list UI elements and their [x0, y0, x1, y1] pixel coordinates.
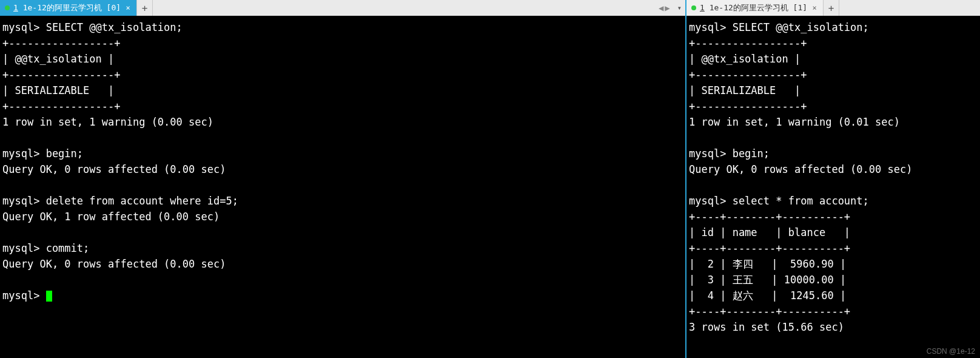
tab-nav-arrows: ◀ ▶ [655, 0, 674, 16]
right-pane: 1 1e-12的阿里云学习机 [1] × + mysql> SELECT @@t… [686, 0, 980, 358]
status-dot-icon [5, 5, 10, 10]
close-icon[interactable]: × [811, 4, 818, 12]
right-terminal[interactable]: mysql> SELECT @@tx_isolation; +---------… [686, 16, 980, 358]
next-tab-icon[interactable]: ▶ [665, 3, 670, 13]
tab-title: 1 1e-12的阿里云学习机 [0] [13, 2, 121, 13]
terminal-cursor [46, 291, 52, 302]
left-pane: 1 1e-12的阿里云学习机 [0] × + ◀ ▶ ▾ mysql> SELE… [0, 0, 686, 358]
new-tab-button[interactable]: + [824, 0, 839, 16]
split-container: 1 1e-12的阿里云学习机 [0] × + ◀ ▶ ▾ mysql> SELE… [0, 0, 980, 358]
tabbar-spacer [153, 0, 655, 16]
new-tab-button[interactable]: + [137, 0, 153, 16]
tabbar-spacer [839, 0, 980, 16]
right-tabbar: 1 1e-12的阿里云学习机 [1] × + [686, 0, 980, 16]
tab-title: 1 1e-12的阿里云学习机 [1] [700, 2, 807, 13]
prev-tab-icon[interactable]: ◀ [659, 3, 663, 13]
left-tab-0[interactable]: 1 1e-12的阿里云学习机 [0] × [0, 0, 137, 16]
status-dot-icon [691, 5, 696, 10]
close-icon[interactable]: × [124, 4, 132, 12]
left-tabbar: 1 1e-12的阿里云学习机 [0] × + ◀ ▶ ▾ [0, 0, 685, 16]
right-tab-0[interactable]: 1 1e-12的阿里云学习机 [1] × [686, 0, 824, 16]
left-terminal[interactable]: mysql> SELECT @@tx_isolation; +---------… [0, 16, 685, 358]
tab-dropdown-icon[interactable]: ▾ [674, 0, 685, 16]
